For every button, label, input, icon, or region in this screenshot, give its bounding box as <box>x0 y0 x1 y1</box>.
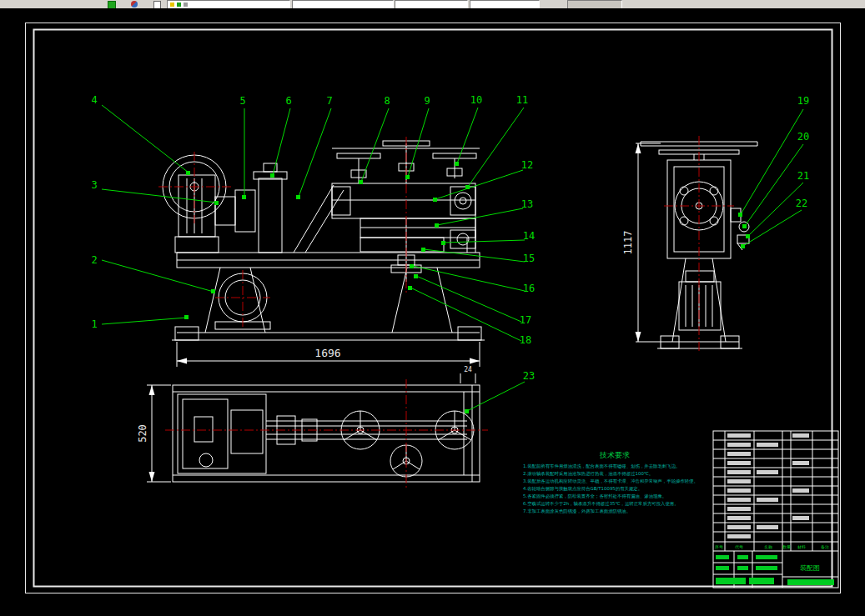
sheet-icon[interactable] <box>153 1 161 8</box>
dimension-top-width: 520 <box>137 385 171 482</box>
bom-header: 名称 <box>764 544 772 549</box>
callout-13: 13 <box>521 198 533 210</box>
callout-6: 6 <box>285 95 291 107</box>
callout-10: 10 <box>470 94 482 106</box>
dim-front-width-value: 1696 <box>314 347 340 359</box>
callout-12: 12 <box>521 159 533 171</box>
dimension-side-height: 1117 <box>622 143 661 342</box>
dimension-front-width: 1696 <box>177 342 480 367</box>
layer-color-icon <box>184 3 188 7</box>
title-block: 装配图 <box>713 551 838 588</box>
layer-combo[interactable] <box>167 0 290 8</box>
layer-lock-icon <box>177 3 181 7</box>
dim-top-width-value: 520 <box>137 424 148 443</box>
top-view <box>173 385 480 482</box>
callout-21: 21 <box>797 170 809 182</box>
callout-18: 18 <box>520 334 531 346</box>
callout-20: 20 <box>797 131 809 143</box>
lineweight-combo[interactable] <box>470 0 540 8</box>
callout-2: 2 <box>91 254 97 266</box>
callout-8: 8 <box>384 95 390 107</box>
color-combo[interactable] <box>292 0 394 8</box>
bom-header: 代号 <box>735 544 743 549</box>
title-block-drawing-title: 装配图 <box>800 564 820 572</box>
callout-1: 1 <box>91 318 97 330</box>
callout-9: 9 <box>424 95 430 107</box>
dim-detail-value: 24 <box>464 366 472 373</box>
drawing-frame <box>26 23 841 593</box>
front-view <box>163 141 485 340</box>
tech-req-line: 5.各紧固件必须拧紧，防松装置齐全；各密封处不得有漏油、渗油现象。 <box>523 493 666 499</box>
tech-req-line: 7.非加工表面涂灰色防锈漆，外露加工表面涂防锈油。 <box>523 508 631 514</box>
layer-icon[interactable] <box>108 1 116 8</box>
tech-req-line: 1.装配前所有零件用煤油清洗，配合表面不得有磕碰、划伤，并去除毛刺飞边。 <box>523 463 680 469</box>
callout-16: 16 <box>523 283 535 294</box>
callout-7: 7 <box>326 95 332 107</box>
callout-22: 22 <box>796 198 807 209</box>
plot-style-field[interactable] <box>567 0 622 8</box>
callout-11: 11 <box>516 94 528 106</box>
callout-14: 14 <box>523 230 535 242</box>
tech-req-line: 6.空载试运转不少于2h，轴承温升不得超过35℃，运转正常后方可投入使用。 <box>523 501 679 507</box>
callout-19: 19 <box>797 95 809 107</box>
callout-17: 17 <box>520 314 531 326</box>
drawing-viewport[interactable]: 1696 1117 520 24 1 2 3 4 5 6 7 <box>0 0 865 616</box>
tech-requirements: 技术要求 1.装配前所有零件用煤油清洗，配合表面不得有磕碰、划伤，并去除毛刺飞边… <box>523 451 698 514</box>
color-wheel-icon[interactable] <box>131 1 138 8</box>
layer-state-icon <box>170 3 174 7</box>
bom-header: 数量 <box>782 544 791 549</box>
bom-header-row: 序号 代号 名称 数量 材料 备注 <box>715 544 829 550</box>
tech-requirements-title: 技术要求 <box>599 451 630 459</box>
bom-header: 材料 <box>797 544 806 550</box>
dim-side-height-value: 1117 <box>622 231 634 255</box>
callout-23: 23 <box>523 370 535 382</box>
tech-req-line: 4.齿轮啮合侧隙与接触斑点应符合GB/T10095的有关规定。 <box>523 486 642 492</box>
linetype-combo[interactable] <box>395 0 468 8</box>
callout-5: 5 <box>239 95 245 107</box>
callout-15: 15 <box>523 253 535 264</box>
callout-3: 3 <box>91 179 97 191</box>
tech-req-line: 2.滚动轴承装配时采用油浴加热进行热装，油温不得超过100℃。 <box>523 471 653 477</box>
tech-req-line: 3.装配后各运动机构应转动灵活、平稳，不得有卡滞、冲击和异常噪声，手轮操作轻便。 <box>523 478 698 484</box>
dimension-detail: 24 <box>460 366 475 383</box>
callout-4: 4 <box>91 94 97 106</box>
top-toolbar <box>0 0 865 8</box>
parts-table: 序号 代号 名称 数量 材料 备注 装配图 <box>713 431 838 588</box>
bom-header: 备注 <box>821 544 829 549</box>
bom-header: 序号 <box>715 544 723 550</box>
